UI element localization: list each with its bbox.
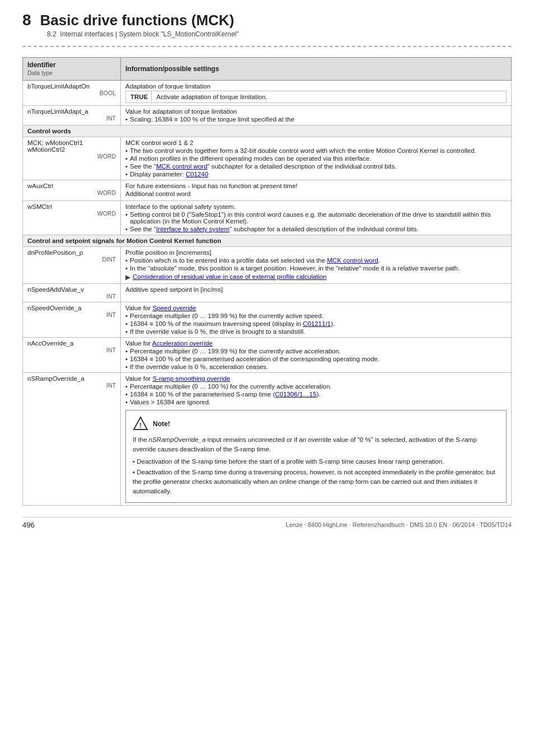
table-row: MCK: wMotionCtrl1wMotionCtrl2WORDMCK con… xyxy=(23,137,512,180)
note-header: !Note! xyxy=(133,416,499,432)
info-title: Value for adaptation of torque limitatio… xyxy=(125,108,507,115)
bullet-link[interactable]: C01306/1…15 xyxy=(275,391,316,398)
note-bullet: • Deactivation of the S-ramp time during… xyxy=(133,468,499,497)
info-title: Value for Acceleration override xyxy=(125,340,507,347)
bullet-item: •16384 ≡ 100 % of the parameterised S-ra… xyxy=(125,391,507,398)
bullet-link[interactable]: MCK control word xyxy=(327,257,378,264)
arrow-link[interactable]: Consideration of residual value in case … xyxy=(133,273,326,281)
bullet-content: Percentage multiplier (0 … 199.99 %) for… xyxy=(130,312,324,319)
bullet-content: In the "absolute" mode, this position is… xyxy=(130,265,460,272)
info-title: Profile position in [increments] xyxy=(125,249,507,256)
bullet-content: See the "MCK control word" subchapter fo… xyxy=(130,163,396,170)
note-bullet: • Deactivation of the S-ramp time before… xyxy=(133,457,499,466)
bullet-dot: • xyxy=(125,226,128,232)
bullet-dot: • xyxy=(125,348,128,354)
identifier-cell: MCK: wMotionCtrl1wMotionCtrl2WORD xyxy=(23,137,121,180)
bullet-item: •16384 ≡ 100 % of the maximum traversing… xyxy=(125,320,507,327)
arrow-item: ▶Consideration of residual value in case… xyxy=(125,273,507,281)
info-cell: For future extensions - Input has no fun… xyxy=(121,180,512,201)
bullet-item: •Display parameter: C01240 xyxy=(125,171,507,178)
info-title: Additive speed setpoint in [inc/ms] xyxy=(125,286,507,293)
table-row: nSRampOverride_aINTValue for S-ramp smoo… xyxy=(23,373,512,506)
bullet-item: •All motion profiles in the different op… xyxy=(125,155,507,162)
table-row: wSMCtrlWORDInterface to the optional saf… xyxy=(23,201,512,235)
chapter-title-text: Basic drive functions (MCK) xyxy=(40,12,235,29)
bullet-link[interactable]: Interface to safety system xyxy=(156,226,229,232)
header: 8 Basic drive functions (MCK) 8.2 Intern… xyxy=(22,11,512,38)
info-cell: MCK control word 1 & 2•The two control w… xyxy=(121,137,512,180)
identifier-cell: nSpeedOverride_aINT xyxy=(23,302,121,338)
info-cell: Value for adaptation of torque limitatio… xyxy=(121,106,512,125)
bullet-content: 16384 ≡ 100 % of the parameterised accel… xyxy=(130,356,380,362)
info-title: Interface to the optional safety system. xyxy=(125,203,507,210)
chapter-title: 8 Basic drive functions (MCK) xyxy=(22,11,512,29)
bullet-item: •If the override value is 0 %, accelerat… xyxy=(125,363,507,370)
bullet-content: Percentage multiplier (0 … 100 %) for th… xyxy=(130,383,332,390)
table-row: bTorqueLimitAdaptOnBOOLAdaptation of tor… xyxy=(23,81,512,106)
section-divider xyxy=(22,46,512,47)
page-number: 496 xyxy=(22,521,35,529)
section-subtitle: 8.2 Internal interfaces | System block "… xyxy=(47,30,512,38)
bullet-content: 16384 ≡ 100 % of the parameterised S-ram… xyxy=(130,391,320,398)
bullet-content: 16384 ≡ 100 % of the maximum traversing … xyxy=(130,320,335,327)
bullet-content: If the override value is 0 %, the drive … xyxy=(130,328,305,335)
bullet-link[interactable]: MCK control word xyxy=(156,163,207,170)
bullet-dot: • xyxy=(125,320,128,327)
col1-header: Identifier Data type xyxy=(23,58,121,81)
note-title: Note! xyxy=(153,420,170,428)
note-body: If the nSRampOverride_a input remains un… xyxy=(133,435,499,497)
table-row: nSpeedOverride_aINTValue for Speed overr… xyxy=(23,302,512,338)
bullet-item: •Setting control bit 0 ("SafeStop1") in … xyxy=(125,211,507,225)
arrow-symbol: ▶ xyxy=(125,273,130,281)
identifier-cell: wAuxCtrlWORD xyxy=(23,180,121,201)
warning-triangle-icon: ! xyxy=(133,416,148,432)
bullet-dot: • xyxy=(125,363,128,370)
bullet-content: Display parameter: C01240 xyxy=(130,171,208,178)
info-title: Value for Speed override xyxy=(125,305,507,311)
true-label: TRUE xyxy=(126,91,152,103)
info-title-link[interactable]: S-ramp smoothing override xyxy=(152,375,230,382)
bullet-item: •Scaling: 16384 ≡ 100 % of the torque li… xyxy=(125,116,507,123)
info-cell: Adaptation of torque limitationTRUEActiv… xyxy=(121,81,512,106)
footer-product: Lenze · 8400 HighLine · Referenzhandbuch… xyxy=(286,521,512,528)
identifier-cell: nAccOverride_aINT xyxy=(23,338,121,373)
section-num: 8.2 xyxy=(47,30,57,38)
info-cell: Value for S-ramp smoothing override•Perc… xyxy=(121,373,512,506)
bullet-dot: • xyxy=(125,383,128,390)
info-cell: Value for Acceleration override•Percenta… xyxy=(121,338,512,373)
bullet-content: All motion profiles in the different ope… xyxy=(130,155,371,162)
bullet-dot: • xyxy=(125,356,128,362)
bullet-dot: • xyxy=(125,265,128,272)
info-title: Value for S-ramp smoothing override xyxy=(125,375,507,382)
bullet-dot: • xyxy=(125,399,128,405)
bullet-content: Position which is to be entered into a p… xyxy=(130,257,380,264)
bullet-dot: • xyxy=(125,211,128,225)
svg-text:!: ! xyxy=(139,422,142,430)
bullet-item: •The two control words together form a 3… xyxy=(125,147,507,154)
bullet-item: •If the override value is 0 %, the drive… xyxy=(125,328,507,335)
chapter-number: 8 xyxy=(22,11,31,29)
col2-header: Information/possible settings xyxy=(121,58,512,81)
identifier-cell: nSRampOverride_aINT xyxy=(23,373,121,506)
info-subtitle: Additional control word xyxy=(125,190,507,197)
bullet-item: •16384 ≡ 100 % of the parameterised acce… xyxy=(125,356,507,362)
identifier-cell: nTorqueLimitAdapt_aINT xyxy=(23,106,121,125)
section-header: Control words xyxy=(23,125,512,137)
bullet-dot: • xyxy=(125,171,128,178)
info-title-link[interactable]: Speed override xyxy=(152,305,196,311)
info-title-link[interactable]: Acceleration override xyxy=(152,340,213,347)
bullet-dot: • xyxy=(125,312,128,319)
bullet-dot: • xyxy=(125,155,128,162)
bullet-dot: • xyxy=(125,328,128,335)
table-row: dnProfilePosition_pDINTProfile position … xyxy=(23,247,512,284)
footer: 496 Lenze · 8400 HighLine · Referenzhand… xyxy=(22,517,512,529)
table-row: nSpeedAddValue_vINTAdditive speed setpoi… xyxy=(23,284,512,302)
bullet-dot: • xyxy=(125,116,128,123)
info-cell: Additive speed setpoint in [inc/ms] xyxy=(121,284,512,302)
table-row: wAuxCtrlWORDFor future extensions - Inpu… xyxy=(23,180,512,201)
info-cell: Profile position in [increments]•Positio… xyxy=(121,247,512,284)
bullet-link[interactable]: C01240 xyxy=(186,171,208,178)
italic-ref: nSRampOverride_a xyxy=(149,436,206,443)
bullet-link[interactable]: C01211/1 xyxy=(303,320,331,327)
bullet-item: •See the "Interface to safety system" su… xyxy=(125,226,507,232)
